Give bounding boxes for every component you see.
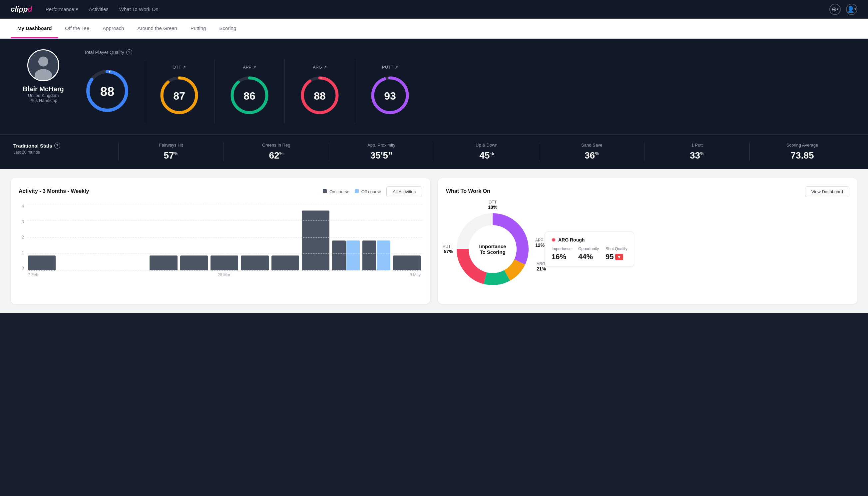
nav-links: Performance ▾ Activities What To Work On — [46, 6, 830, 12]
activity-title: Activity - 3 Months - Weekly — [19, 188, 89, 196]
donut-chart-wrap: Importance To Scoring PUTT 57% OTT 10% A… — [446, 203, 539, 296]
tab-putting[interactable]: Putting — [184, 19, 213, 38]
nav-activities[interactable]: Activities — [89, 6, 109, 12]
score-circles: 88 OTT ↗ 87 — [84, 59, 855, 124]
stat-up-and-down: Up & Down 45% — [434, 143, 539, 161]
score-ott: OTT ↗ 87 — [144, 59, 214, 124]
stat-app-proximity: App. Proximity 35'5" — [329, 143, 434, 161]
work-on-header: What To Work On View Dashboard — [446, 186, 849, 197]
main-content: Activity - 3 Months - Weekly On course O… — [0, 169, 868, 313]
main-circle: 88 — [84, 68, 130, 115]
scores-section: Total Player Quality ? 88 — [84, 49, 855, 124]
donut-label-app: APP 12% — [535, 238, 545, 248]
shot-quality-badge: ▼ — [615, 254, 624, 260]
donut-center: Importance To Scoring — [479, 244, 506, 255]
stat-greens-in-reg: Greens In Reg 62% — [223, 143, 329, 161]
svg-point-1 — [38, 57, 48, 67]
on-course-legend: On course — [323, 189, 349, 194]
metric-opportunity: Opportunity 44% — [578, 247, 599, 261]
arg-score-value: 88 — [314, 90, 326, 102]
top-nav: clippd Performance ▾ Activities What To … — [0, 0, 868, 19]
stat-fairways-hit: Fairways Hit 57% — [118, 143, 223, 161]
chart-legend: On course Off course — [323, 189, 381, 194]
info-dot — [552, 238, 556, 242]
work-on-content: Importance To Scoring PUTT 57% OTT 10% A… — [446, 203, 849, 296]
plus-icon: ⊕ — [832, 6, 837, 13]
trad-help-icon[interactable]: ? — [54, 143, 60, 149]
arg-arrow-icon: ↗ — [323, 65, 327, 69]
stat-1-putt: 1 Putt 33% — [644, 143, 749, 161]
ott-circle: 87 — [158, 74, 201, 118]
tpq-label: Total Player Quality ? — [84, 49, 855, 55]
chart-x-axis: 7 Feb 28 Mar 9 May — [27, 271, 422, 277]
tabs-bar: My Dashboard Off the Tee Approach Around… — [0, 19, 868, 38]
add-button[interactable]: ⊕ ▾ — [830, 4, 841, 15]
putt-score-value: 93 — [384, 90, 396, 102]
stat-scoring-average: Scoring Average 73.85 — [749, 143, 855, 161]
ott-score-value: 87 — [173, 90, 185, 102]
donut-label-putt: PUTT 57% — [443, 244, 453, 254]
score-main: 88 — [84, 62, 144, 121]
svg-point-2 — [35, 69, 52, 81]
putt-circle: 93 — [368, 74, 412, 118]
all-activities-button[interactable]: All Activities — [386, 186, 422, 197]
donut-label-arg: ARG 21% — [537, 262, 546, 272]
chevron-down-icon: ▾ — [837, 7, 839, 11]
traditional-stats: Traditional Stats ? Last 20 rounds Fairw… — [0, 134, 868, 169]
score-app: APP ↗ 86 — [214, 59, 284, 124]
player-handicap: Plus Handicap — [29, 98, 57, 103]
on-course-dot — [323, 189, 327, 193]
putt-arrow-icon: ↗ — [395, 65, 398, 69]
app-circle: 86 — [228, 74, 271, 118]
score-putt: PUTT ↗ 93 — [355, 59, 425, 124]
nav-performance[interactable]: Performance ▾ — [46, 6, 78, 12]
trad-stats-label-item: Traditional Stats ? Last 20 rounds — [13, 143, 118, 155]
donut-label-ott: OTT 10% — [488, 200, 497, 210]
info-card: ARG Rough Importance 16% Opportunity 44%… — [545, 232, 634, 267]
chart-grid — [27, 204, 422, 270]
info-metrics: Importance 16% Opportunity 44% Shot Qual… — [552, 247, 627, 261]
logo[interactable]: clippd — [11, 5, 32, 14]
tab-approach[interactable]: Approach — [96, 19, 130, 38]
activity-card-header: Activity - 3 Months - Weekly On course O… — [19, 186, 422, 197]
off-course-dot — [355, 189, 359, 193]
nav-actions: ⊕ ▾ 👤 ▾ — [830, 4, 857, 15]
main-score-value: 88 — [100, 84, 114, 98]
help-icon[interactable]: ? — [126, 49, 132, 55]
chart-y-axis: 4 3 2 1 0 — [19, 204, 27, 277]
chart-bars-area: 7 Feb 28 Mar 9 May — [27, 204, 422, 277]
view-dashboard-button[interactable]: View Dashboard — [805, 186, 849, 197]
stat-sand-save: Sand Save 36% — [539, 143, 644, 161]
work-on-card: What To Work On View Dashboard — [438, 178, 857, 304]
hero-section: Blair McHarg United Kingdom Plus Handica… — [0, 38, 868, 134]
off-course-legend: Off course — [355, 189, 381, 194]
nav-what-to-work-on[interactable]: What To Work On — [119, 6, 159, 12]
chevron-down-icon: ▾ — [854, 7, 856, 11]
metric-importance: Importance 16% — [552, 247, 571, 261]
user-menu-button[interactable]: 👤 ▾ — [846, 4, 857, 15]
app-score-value: 86 — [243, 90, 255, 102]
arg-circle: 88 — [298, 74, 342, 118]
ott-arrow-icon: ↗ — [183, 65, 186, 69]
player-name: Blair McHarg — [23, 85, 64, 93]
metric-shot-quality: Shot Quality 95 ▼ — [605, 247, 627, 261]
player-country: United Kingdom — [28, 93, 59, 98]
app-arrow-icon: ↗ — [253, 65, 256, 69]
chart-area: 4 3 2 1 0 — [19, 204, 422, 277]
tab-scoring[interactable]: Scoring — [212, 19, 243, 38]
tab-off-the-tee[interactable]: Off the Tee — [58, 19, 96, 38]
chevron-down-icon: ▾ — [76, 6, 78, 12]
player-info: Blair McHarg United Kingdom Plus Handica… — [13, 49, 73, 103]
tab-my-dashboard[interactable]: My Dashboard — [11, 19, 58, 38]
tab-around-the-green[interactable]: Around the Green — [130, 19, 184, 38]
user-icon: 👤 — [847, 6, 854, 13]
avatar — [27, 49, 59, 81]
score-arg: ARG ↗ 88 — [284, 59, 355, 124]
activity-card: Activity - 3 Months - Weekly On course O… — [11, 178, 430, 304]
